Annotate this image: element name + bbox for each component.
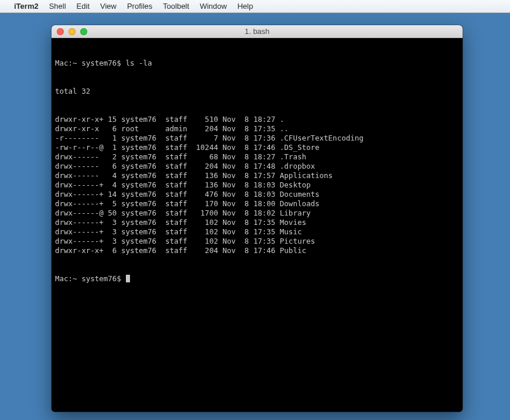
macos-menubar: iTerm2 Shell Edit View Profiles Toolbelt… bbox=[0, 0, 510, 13]
close-icon[interactable] bbox=[57, 28, 64, 35]
terminal-content[interactable]: Mac:~ system76$ ls -la total 32 drwxr-xr… bbox=[52, 38, 463, 412]
cursor-block-icon bbox=[126, 275, 130, 282]
menubar-item-edit[interactable]: Edit bbox=[77, 2, 90, 11]
window-title: 1. bash bbox=[52, 27, 463, 36]
ls-row: drwxr-xr-x 6 root admin 204 Nov 8 17:35 … bbox=[55, 124, 459, 134]
ls-row: drwx------+ 4 system76 staff 136 Nov 8 1… bbox=[55, 180, 459, 190]
terminal-prompt-line: Mac:~ system76$ bbox=[55, 274, 459, 284]
terminal-prompt-line: Mac:~ system76$ ls -la bbox=[55, 59, 459, 68]
command-text: ls -la bbox=[125, 59, 152, 67]
zoom-icon[interactable] bbox=[80, 28, 87, 35]
ls-row: drwxr-xr-x+ 6 system76 staff 204 Nov 8 1… bbox=[55, 246, 459, 255]
prompt-text: Mac:~ system76$ bbox=[55, 274, 125, 283]
ls-row: drwx------+ 3 system76 staff 102 Nov 8 1… bbox=[55, 237, 459, 246]
prompt-text: Mac:~ system76$ bbox=[55, 59, 125, 67]
minimize-icon[interactable] bbox=[69, 28, 76, 35]
ls-row: drwx------+ 5 system76 staff 170 Nov 8 1… bbox=[55, 199, 459, 209]
ls-row: drwx------ 6 system76 staff 204 Nov 8 17… bbox=[55, 162, 459, 171]
traffic-lights bbox=[52, 28, 87, 35]
terminal-output-total: total 32 bbox=[55, 87, 459, 96]
ls-row: drwx------+ 14 system76 staff 476 Nov 8 … bbox=[55, 190, 459, 199]
menubar-item-shell[interactable]: Shell bbox=[49, 2, 66, 11]
ls-row: drwx------@ 50 system76 staff 1700 Nov 8… bbox=[55, 209, 459, 218]
menubar-item-help[interactable]: Help bbox=[237, 2, 253, 11]
ls-row: drwx------ 4 system76 staff 136 Nov 8 17… bbox=[55, 171, 459, 180]
menubar-item-profiles[interactable]: Profiles bbox=[127, 2, 152, 11]
ls-row: drwx------+ 3 system76 staff 102 Nov 8 1… bbox=[55, 227, 459, 237]
terminal-window: 1. bash Mac:~ system76$ ls -la total 32 … bbox=[52, 25, 463, 412]
menubar-item-view[interactable]: View bbox=[100, 2, 117, 11]
ls-row: -r-------- 1 system76 staff 7 Nov 8 17:3… bbox=[55, 134, 459, 143]
menubar-item-toolbelt[interactable]: Toolbelt bbox=[163, 2, 189, 11]
window-titlebar[interactable]: 1. bash bbox=[52, 25, 463, 38]
ls-row: drwx------ 2 system76 staff 68 Nov 8 18:… bbox=[55, 152, 459, 162]
ls-row: drwx------+ 3 system76 staff 102 Nov 8 1… bbox=[55, 218, 459, 227]
ls-row: -rw-r--r--@ 1 system76 staff 10244 Nov 8… bbox=[55, 143, 459, 152]
menubar-item-window[interactable]: Window bbox=[200, 2, 227, 11]
menubar-app-name[interactable]: iTerm2 bbox=[14, 2, 39, 11]
ls-row: drwxr-xr-x+ 15 system76 staff 510 Nov 8 … bbox=[55, 115, 459, 124]
